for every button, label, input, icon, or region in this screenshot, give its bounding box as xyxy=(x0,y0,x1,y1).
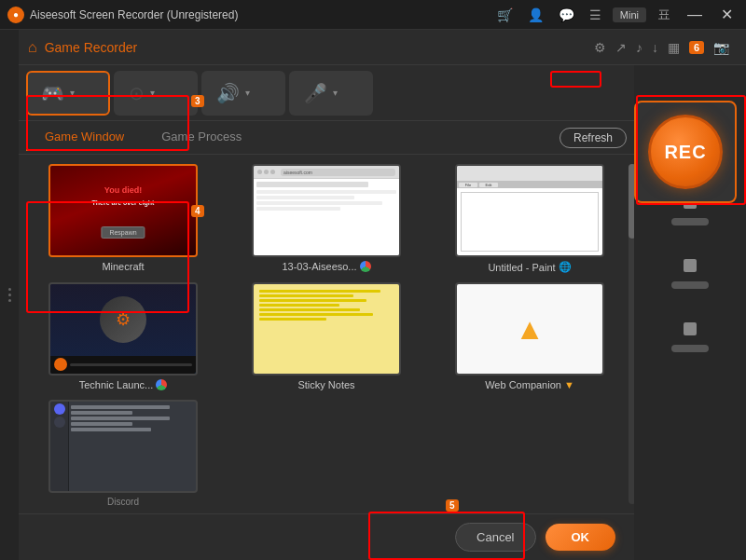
cancel-button[interactable]: Cancel xyxy=(455,523,535,552)
webcam-icon: ⊙ xyxy=(129,82,145,104)
tab-game-window[interactable]: Game Window xyxy=(26,124,143,151)
minecraft-thumbnail[interactable]: You died!There are over eight Respawn xyxy=(48,164,198,257)
badge-number-4: 4 xyxy=(191,205,204,217)
globe-icon: 🌐 xyxy=(559,261,572,273)
right-panel: REC xyxy=(634,65,746,560)
audio-chevron-icon: ▾ xyxy=(245,88,250,98)
badge-6: 6 xyxy=(689,41,704,54)
camera-icon[interactable]: 📷 xyxy=(713,40,729,55)
minecraft-thumb-text: You died!There are over eight xyxy=(92,184,155,208)
chrome-content xyxy=(254,179,399,255)
title-bar-controls: 🛒 👤 💬 ☰ Mini 표 — ✕ xyxy=(493,4,739,25)
chrome-favicon-icon xyxy=(360,261,371,272)
close-button[interactable]: ✕ xyxy=(715,4,739,25)
gamepad-chevron-icon: ▾ xyxy=(70,88,75,98)
sidebar-dot xyxy=(8,288,11,291)
settings-icon[interactable]: ⚙ xyxy=(594,40,606,55)
badge-number-3: 3 xyxy=(191,95,204,107)
left-sidebar xyxy=(0,30,19,560)
page-title: Game Recorder xyxy=(45,40,594,55)
discord-label: Discord xyxy=(107,497,139,507)
sidebar-dot xyxy=(8,294,11,296)
list-item[interactable]: File Edit Untitled - Paint 🌐 xyxy=(433,164,627,273)
slider-bar-1[interactable] xyxy=(671,218,709,225)
top-bar-icons: ⚙ ↗ ♪ ↓ ▦ 6 📷 xyxy=(594,40,729,55)
list-item[interactable]: Discord xyxy=(26,400,220,507)
technic-thumbnail[interactable]: ⚙ xyxy=(48,282,198,376)
refresh-button[interactable]: Refresh xyxy=(560,128,627,148)
download-icon[interactable]: ↓ xyxy=(652,40,658,55)
webcam-chevron-icon: ▾ xyxy=(150,88,155,98)
avast-icon: ▼ xyxy=(564,379,574,390)
cart-icon[interactable]: 🛒 xyxy=(493,6,517,24)
menu-icon[interactable]: ☰ xyxy=(586,6,605,24)
minimize-button[interactable]: — xyxy=(682,5,708,25)
technic-chrome-icon xyxy=(156,379,167,390)
webcompanion-label: Web Companion ▼ xyxy=(485,379,574,390)
chrome-thumbnail[interactable]: aiseesoft.com xyxy=(252,164,401,257)
rec-button[interactable]: REC xyxy=(648,115,723,189)
minecraft-label: Minecraft xyxy=(102,261,144,272)
sidebar-dots xyxy=(8,288,11,302)
top-bar: ⌂ Game Recorder ⚙ ↗ ♪ ↓ ▦ 6 📷 xyxy=(19,30,746,65)
right-panel-sliders xyxy=(671,194,709,354)
badge-number-5: 5 xyxy=(446,499,459,512)
window-grid: You died!There are over eight Respawn Mi… xyxy=(19,155,634,513)
webcompanion-thumbnail[interactable]: ▲ xyxy=(455,282,604,376)
sticky-label: Sticky Notes xyxy=(297,379,354,390)
slider-handle-2[interactable] xyxy=(684,259,697,272)
chat-icon[interactable]: 💬 xyxy=(555,6,578,24)
special-char-icon[interactable]: 표 xyxy=(654,5,674,25)
list-item[interactable]: ▲ Web Companion ▼ xyxy=(433,282,627,390)
mic-mode-button[interactable]: 🎤 ▾ xyxy=(289,71,373,116)
discord-main xyxy=(69,402,196,491)
mini-button[interactable]: Mini xyxy=(613,7,646,22)
export-icon[interactable]: ↗ xyxy=(615,40,627,55)
webcam-mode-button[interactable]: ⊙ ▾ xyxy=(114,71,198,116)
audio-mode-button[interactable]: 🔊 ▾ xyxy=(201,71,285,116)
main-area: ⌂ Game Recorder ⚙ ↗ ♪ ↓ ▦ 6 📷 🎮 ▾ ⊙ ▾ xyxy=(0,30,746,560)
mic-icon: 🎤 xyxy=(304,82,327,104)
user-icon[interactable]: 👤 xyxy=(524,6,547,24)
list-item[interactable]: You died!There are over eight Respawn Mi… xyxy=(26,164,220,273)
paint-thumbnail[interactable]: File Edit xyxy=(455,164,604,257)
ok-button[interactable]: OK xyxy=(546,524,616,551)
sidebar-dot xyxy=(8,299,11,302)
minecraft-thumb-button: Respawn xyxy=(101,226,145,239)
gamepad-mode-button[interactable]: 🎮 ▾ xyxy=(26,71,110,116)
slider-handle-3[interactable] xyxy=(684,322,697,335)
sticky-thumbnail[interactable] xyxy=(252,282,401,376)
list-item[interactable]: aiseesoft.com 13-03-Ais xyxy=(229,164,423,273)
grid-icon[interactable]: ▦ xyxy=(668,40,680,55)
chrome-label: 13-03-Aiseeso... xyxy=(282,261,370,272)
title-bar: ● Aiseesoft Screen Recorder (Unregistere… xyxy=(0,0,746,30)
sticky-content xyxy=(254,284,399,374)
content-area: ⌂ Game Recorder ⚙ ↗ ♪ ↓ ▦ 6 📷 🎮 ▾ ⊙ ▾ xyxy=(19,30,746,560)
technic-avatar xyxy=(54,358,67,371)
rec-label: REC xyxy=(664,142,706,163)
app-title: Aiseesoft Screen Recorder (Unregistered) xyxy=(30,8,493,21)
slider-bar-2[interactable] xyxy=(671,281,709,289)
rec-area: REC xyxy=(634,101,737,203)
list-item[interactable]: Sticky Notes xyxy=(229,282,423,390)
tab-game-process[interactable]: Game Process xyxy=(143,124,260,151)
discord-thumbnail[interactable] xyxy=(48,400,198,493)
audio-icon[interactable]: ♪ xyxy=(636,40,642,55)
home-icon[interactable]: ⌂ xyxy=(28,39,37,56)
web-companion-arrow-icon: ▲ xyxy=(515,312,545,347)
list-item[interactable]: ⚙ Technic Launc... xyxy=(26,282,220,390)
paint-label: Untitled - Paint 🌐 xyxy=(488,261,571,273)
app-icon: ● xyxy=(7,7,24,23)
mic-chevron-icon: ▾ xyxy=(333,88,338,98)
slider-bar-3[interactable] xyxy=(671,345,709,352)
technic-label: Technic Launc... xyxy=(79,379,168,390)
gamepad-icon: 🎮 xyxy=(41,82,64,104)
speaker-icon: 🔊 xyxy=(216,82,240,104)
discord-sidebar xyxy=(50,402,69,491)
